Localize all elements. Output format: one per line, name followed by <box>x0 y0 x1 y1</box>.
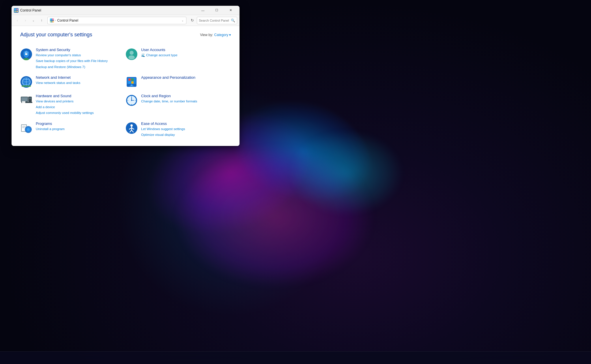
category-hardware-sound: Hardware and Sound View devices and prin… <box>20 91 126 119</box>
appearance-icon <box>126 76 138 88</box>
window-icon <box>14 8 18 13</box>
categories-grid: System and Security Review your computer… <box>20 45 231 140</box>
svg-point-11 <box>23 58 29 60</box>
svg-rect-7 <box>52 21 54 22</box>
refresh-button[interactable]: ↻ <box>189 17 196 24</box>
category-system-security: System and Security Review your computer… <box>20 45 126 72</box>
minimize-button[interactable]: — <box>196 6 210 15</box>
window-title: Control Panel <box>20 8 196 12</box>
hardware-sound-link-3[interactable]: Adjust commonly used mobility settings <box>36 110 94 115</box>
address-separator: › <box>55 19 56 22</box>
search-icon: 🔍 <box>231 18 235 22</box>
refresh-icon: ↻ <box>191 18 194 22</box>
system-security-text: System and Security Review your computer… <box>36 48 108 70</box>
clock-region-link-1[interactable]: Change date, time, or number formats <box>141 99 197 104</box>
back-arrow-icon: ‹ <box>17 18 18 22</box>
taskbar <box>0 351 591 364</box>
network-internet-text: Network and Internet View network status… <box>36 75 80 85</box>
svg-rect-5 <box>52 18 54 20</box>
system-security-link-2[interactable]: Save backup copies of your files with Fi… <box>36 59 108 63</box>
navigation-bar: ‹ › ⌄ ↑ › Control Panel ⌄ ↻ <box>12 15 240 26</box>
recent-locations-button[interactable]: ⌄ <box>30 17 37 24</box>
address-bar-icon <box>50 18 54 22</box>
control-panel-window: Control Panel — ☐ ✕ ‹ › ⌄ ↑ <box>12 6 240 146</box>
address-dropdown-arrow[interactable]: ⌄ <box>182 19 184 22</box>
svg-rect-27 <box>131 81 134 84</box>
appearance-title[interactable]: Appearance and Personalization <box>141 75 195 80</box>
hardware-sound-link-2[interactable]: Add a device <box>36 105 94 110</box>
ease-of-access-link-1[interactable]: Let Windows suggest settings <box>141 127 185 132</box>
network-internet-title[interactable]: Network and Internet <box>36 75 80 80</box>
svg-rect-3 <box>16 11 18 12</box>
programs-icon <box>20 122 32 134</box>
programs-link-1[interactable]: Uninstall a program <box>36 127 65 132</box>
ease-of-access-link-2[interactable]: Optimize visual display <box>141 132 185 137</box>
svg-rect-25 <box>131 78 134 81</box>
ease-of-access-text: Ease of Access Let Windows suggest setti… <box>141 121 185 138</box>
svg-point-42 <box>131 100 132 101</box>
view-by-dropdown-arrow: ▾ <box>229 33 231 37</box>
page-title: Adjust your computer's settings <box>20 32 92 38</box>
svg-point-54 <box>27 128 30 131</box>
user-accounts-link-1[interactable]: 🌊 Change account type <box>141 53 177 58</box>
hardware-sound-link-1[interactable]: View devices and printers <box>36 99 94 104</box>
system-security-link-3[interactable]: Backup and Restore (Windows 7) <box>36 65 108 70</box>
system-security-icon <box>20 48 32 60</box>
title-bar: Control Panel — ☐ ✕ <box>12 6 240 15</box>
svg-rect-1 <box>16 9 18 10</box>
address-path: Control Panel <box>57 18 78 22</box>
clock-region-text: Clock and Region Change date, time, or n… <box>141 94 197 104</box>
hardware-sound-icon <box>20 94 32 106</box>
page-header: Adjust your computer's settings View by:… <box>20 32 231 38</box>
user-accounts-icon <box>126 48 138 60</box>
main-content: Adjust your computer's settings View by:… <box>12 26 240 146</box>
svg-point-14 <box>128 55 135 59</box>
svg-rect-4 <box>50 18 52 20</box>
forward-arrow-icon: › <box>25 18 26 22</box>
system-security-title[interactable]: System and Security <box>36 48 108 52</box>
svg-rect-31 <box>21 97 27 101</box>
up-arrow-icon: ↑ <box>41 18 42 22</box>
network-internet-icon <box>20 76 32 88</box>
search-input[interactable] <box>199 19 230 22</box>
svg-rect-26 <box>128 81 131 84</box>
close-button[interactable]: ✕ <box>224 6 237 15</box>
hardware-sound-text: Hardware and Sound View devices and prin… <box>36 94 94 116</box>
up-button[interactable]: ↑ <box>38 17 45 24</box>
programs-title[interactable]: Programs <box>36 121 65 126</box>
svg-rect-2 <box>14 11 16 12</box>
svg-point-13 <box>130 51 134 55</box>
svg-rect-0 <box>14 9 16 10</box>
appearance-text: Appearance and Personalization <box>141 75 195 80</box>
clock-region-title[interactable]: Clock and Region <box>141 94 197 98</box>
svg-rect-6 <box>50 21 52 22</box>
hardware-sound-title[interactable]: Hardware and Sound <box>36 94 94 98</box>
programs-text: Programs Uninstall a program <box>36 121 65 132</box>
search-bar[interactable]: 🔍 <box>197 17 237 24</box>
system-security-link-1[interactable]: Review your computer's status <box>36 53 108 58</box>
svg-point-34 <box>30 98 31 99</box>
recent-icon: ⌄ <box>32 19 35 22</box>
clock-region-icon <box>126 94 138 106</box>
window-controls: — ☐ ✕ <box>196 6 237 15</box>
address-bar[interactable]: › Control Panel ⌄ <box>47 17 186 24</box>
svg-rect-28 <box>131 85 132 86</box>
category-appearance: Appearance and Personalization <box>126 72 231 91</box>
ease-of-access-icon <box>126 122 138 134</box>
forward-button[interactable]: › <box>22 17 29 24</box>
category-network-internet: Network and Internet View network status… <box>20 72 126 91</box>
svg-rect-24 <box>128 78 131 81</box>
maximize-button[interactable]: ☐ <box>210 6 223 15</box>
view-by-control: View by: Category ▾ <box>200 33 231 37</box>
svg-rect-36 <box>22 101 25 103</box>
view-by-category: Category <box>214 33 228 37</box>
back-button[interactable]: ‹ <box>14 17 21 24</box>
svg-rect-21 <box>22 85 31 87</box>
svg-rect-29 <box>130 86 134 86</box>
network-internet-link-1[interactable]: View network status and tasks <box>36 80 80 85</box>
view-by-value[interactable]: Category ▾ <box>214 33 231 37</box>
user-accounts-title[interactable]: User Accounts <box>141 48 177 52</box>
category-ease-of-access: Ease of Access Let Windows suggest setti… <box>126 119 231 140</box>
ease-of-access-title[interactable]: Ease of Access <box>141 121 185 126</box>
category-clock-region: Clock and Region Change date, time, or n… <box>126 91 231 119</box>
